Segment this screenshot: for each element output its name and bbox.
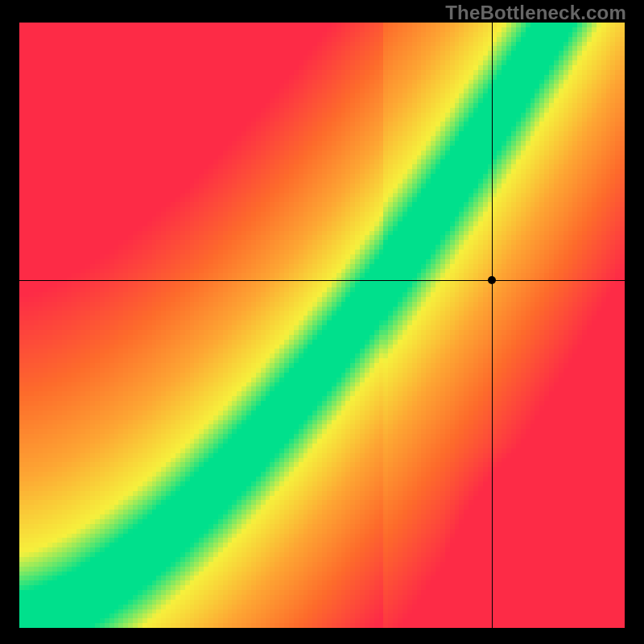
chart-frame: TheBottleneck.com [0, 0, 644, 644]
selection-marker [488, 276, 496, 284]
crosshair-vertical [492, 23, 493, 628]
watermark-text: TheBottleneck.com [445, 2, 626, 24]
heatmap-plot [19, 23, 625, 628]
crosshair-horizontal [19, 280, 625, 281]
heatmap-canvas [19, 23, 625, 628]
